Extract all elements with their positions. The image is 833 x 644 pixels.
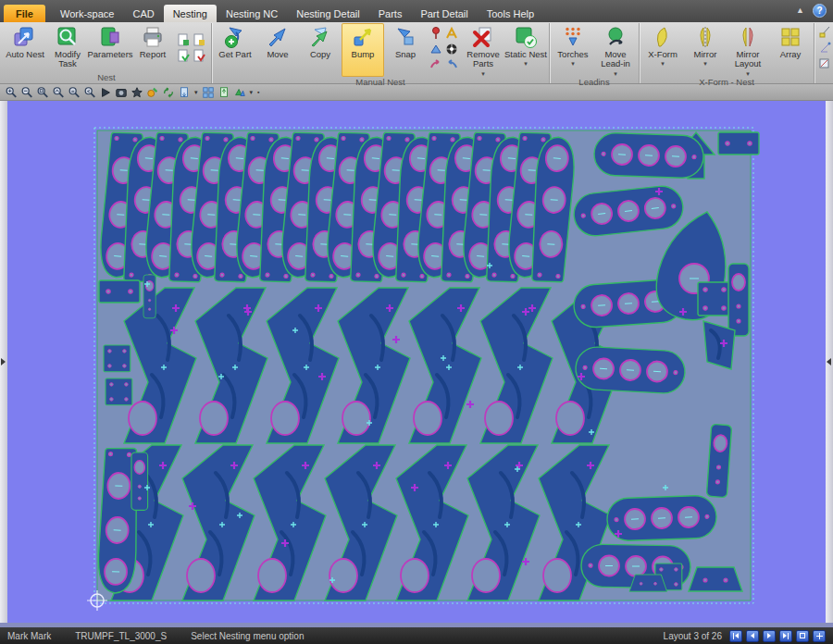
dropdown-arrow-icon[interactable]: ▾ bbox=[248, 89, 255, 96]
nest-doc-yellow-icon[interactable] bbox=[192, 32, 206, 47]
dropdown-arrow-icon: ▾ bbox=[524, 60, 528, 67]
refresh-icon[interactable] bbox=[161, 85, 176, 99]
nest-canvas[interactable] bbox=[7, 101, 826, 623]
ribbon-group-xform-nest: X-Form ▾ Mirror ▾ Mirror Layout ▾ Array bbox=[640, 23, 814, 83]
tab-work-space[interactable]: Work-space bbox=[51, 5, 123, 22]
torches-button[interactable]: Torches ▾ bbox=[552, 23, 594, 77]
zoom-in-icon[interactable] bbox=[4, 85, 19, 99]
letter-a-icon[interactable] bbox=[444, 26, 459, 41]
application-window: File Work-space CAD Nesting Nesting NC N… bbox=[0, 0, 833, 644]
dropdown-arrow-icon[interactable]: ▾ bbox=[193, 89, 200, 96]
zoom-out-icon[interactable] bbox=[19, 85, 34, 99]
parameters-button[interactable]: Parameters bbox=[89, 23, 131, 72]
toolbar-options-icon[interactable]: ▪ bbox=[255, 89, 261, 95]
tab-nesting-nc[interactable]: Nesting NC bbox=[217, 5, 287, 22]
nest-doc-green-icon[interactable] bbox=[176, 32, 191, 47]
report-label: Report bbox=[140, 50, 167, 59]
get-part-button[interactable]: Get Part bbox=[214, 23, 256, 77]
measure-point-icon[interactable] bbox=[818, 40, 833, 55]
expand-left-panel-icon[interactable] bbox=[1, 358, 6, 365]
report-button[interactable]: Report bbox=[131, 23, 174, 72]
zoom-previous-icon[interactable] bbox=[82, 85, 97, 99]
array-icon bbox=[778, 25, 802, 49]
color-mark-icon[interactable] bbox=[145, 85, 160, 99]
rotate-blue-icon[interactable] bbox=[444, 57, 459, 72]
tab-part-detail[interactable]: Part Detail bbox=[411, 5, 477, 22]
remove-parts-button[interactable]: Remove Parts ▾ bbox=[462, 23, 504, 77]
mirror-label: Mirror bbox=[694, 50, 717, 59]
static-nest-icon bbox=[514, 25, 538, 49]
auto-nest-button[interactable]: Auto Nest bbox=[4, 23, 46, 72]
zoom-extents-icon[interactable] bbox=[51, 85, 66, 99]
move-lead-in-icon bbox=[603, 25, 628, 49]
nest-drawing[interactable] bbox=[7, 101, 826, 623]
snap-button[interactable]: Snap bbox=[384, 23, 427, 77]
remove-parts-label: Remove Parts bbox=[462, 50, 504, 69]
first-layout-button[interactable] bbox=[729, 630, 742, 642]
dropdown-arrow-icon: ▾ bbox=[481, 70, 485, 77]
nest-check-green-icon[interactable] bbox=[176, 48, 191, 63]
tab-cad[interactable]: CAD bbox=[123, 5, 163, 22]
small-blue-part-icon[interactable] bbox=[429, 42, 443, 56]
copy-icon bbox=[308, 25, 332, 49]
capture-icon[interactable] bbox=[114, 85, 129, 99]
static-nest-button[interactable]: Static Nest ▾ bbox=[504, 23, 547, 77]
play-icon[interactable] bbox=[98, 85, 113, 99]
ribbon-group-leadins: Torches ▾ Move Lead-in ▾ Leadins bbox=[550, 23, 640, 83]
ribbon-group-verify-nest: Verify Process Check Interference Verify… bbox=[814, 23, 833, 83]
add-layout-button[interactable] bbox=[813, 630, 826, 642]
ribbon-group-nest: Auto Nest Modify Task Parameters Report bbox=[2, 23, 212, 83]
zoom-sheet-icon[interactable] bbox=[67, 85, 81, 99]
previous-layout-button[interactable] bbox=[746, 630, 759, 642]
move-lead-in-button[interactable]: Move Lead-in ▾ bbox=[594, 23, 637, 77]
move-button[interactable]: Move bbox=[256, 23, 299, 77]
manual-nest-small-tools bbox=[427, 23, 462, 77]
copy-button[interactable]: Copy bbox=[299, 23, 342, 77]
minimize-ribbon-icon[interactable]: ▲ bbox=[796, 6, 804, 15]
report-printer-icon bbox=[141, 25, 165, 49]
favorites-icon[interactable] bbox=[130, 85, 144, 99]
tab-nesting[interactable]: Nesting bbox=[164, 5, 217, 22]
zoom-window-icon[interactable] bbox=[35, 85, 50, 99]
last-layout-button[interactable] bbox=[779, 630, 792, 642]
rotate-red-icon[interactable] bbox=[429, 57, 443, 72]
target-icon[interactable] bbox=[444, 42, 459, 56]
left-panel-collapsed[interactable] bbox=[0, 101, 7, 623]
help-icon[interactable]: ? bbox=[813, 4, 827, 18]
array-label: Array bbox=[780, 50, 802, 59]
bump-button[interactable]: Bump bbox=[342, 23, 384, 77]
layout-list-button[interactable] bbox=[796, 630, 809, 642]
verify-sheet-icon[interactable] bbox=[818, 56, 833, 70]
expand-right-panel-icon[interactable] bbox=[827, 358, 831, 365]
status-bar: Mark Mark TRUMPF_TL_3000_S Select Nestin… bbox=[0, 627, 833, 644]
tab-nesting-detail[interactable]: Nesting Detail bbox=[287, 5, 368, 22]
right-panel-collapsed[interactable] bbox=[826, 101, 833, 623]
measure-angle-icon[interactable] bbox=[818, 24, 833, 39]
export-file-icon[interactable] bbox=[217, 85, 231, 99]
bump-label: Bump bbox=[352, 50, 375, 59]
torches-icon bbox=[561, 25, 585, 49]
pin-icon[interactable] bbox=[429, 26, 443, 41]
part-swap-icon[interactable] bbox=[232, 85, 247, 99]
modify-task-button[interactable]: Modify Task bbox=[46, 23, 89, 72]
nest-check-red-icon[interactable] bbox=[192, 48, 206, 63]
array-button[interactable]: Array bbox=[769, 23, 812, 77]
group-label-manual-nest: Manual Nest bbox=[214, 77, 547, 88]
bump-icon bbox=[351, 25, 375, 49]
next-layout-button[interactable] bbox=[763, 630, 776, 642]
dropdown-arrow-icon: ▾ bbox=[661, 60, 665, 67]
snap-label: Snap bbox=[395, 50, 416, 59]
mirror-button[interactable]: Mirror ▾ bbox=[684, 23, 727, 77]
verify-small-tools bbox=[816, 23, 833, 72]
x-form-button[interactable]: X-Form ▾ bbox=[641, 23, 684, 77]
dropdown-arrow-icon: ▾ bbox=[703, 60, 707, 67]
tab-tools-help[interactable]: Tools Help bbox=[478, 5, 543, 22]
import-file-icon[interactable] bbox=[177, 85, 192, 99]
mirror-layout-button[interactable]: Mirror Layout ▾ bbox=[727, 23, 769, 77]
grid-view-icon[interactable] bbox=[201, 85, 216, 99]
layout-counter: Layout 3 of 26 bbox=[664, 631, 722, 641]
tab-parts[interactable]: Parts bbox=[369, 5, 412, 22]
modify-task-label: Modify Task bbox=[46, 50, 89, 69]
tab-file[interactable]: File bbox=[4, 5, 45, 22]
copy-label: Copy bbox=[310, 50, 330, 59]
